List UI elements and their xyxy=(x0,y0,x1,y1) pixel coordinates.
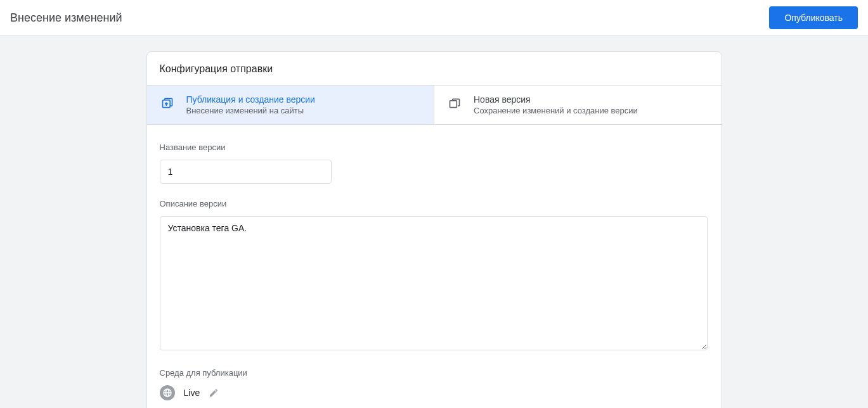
submit-config-card: Конфигурация отправки Публикация и созда… xyxy=(146,51,722,408)
content-wrap: Конфигурация отправки Публикация и созда… xyxy=(0,36,868,408)
page-title: Внесение изменений xyxy=(10,11,122,25)
publish-button[interactable]: Опубликовать xyxy=(769,6,858,29)
tabs: Публикация и создание версии Внесение из… xyxy=(147,86,722,125)
tab-newversion-title: Новая версия xyxy=(474,94,638,105)
version-desc-label: Описание версии xyxy=(160,199,709,208)
environment-label: Среда для публикации xyxy=(160,368,709,378)
tab-new-version[interactable]: Новая версия Сохранение изменений и созд… xyxy=(434,86,722,124)
version-desc-textarea[interactable] xyxy=(160,216,708,350)
edit-icon[interactable] xyxy=(209,388,219,398)
tab-publish-and-create[interactable]: Публикация и создание версии Внесение из… xyxy=(147,86,434,124)
tab-newversion-subtitle: Сохранение изменений и создание версии xyxy=(474,106,638,115)
card-header: Конфигурация отправки xyxy=(147,52,722,86)
svg-rect-1 xyxy=(450,101,457,108)
environment-row: Live xyxy=(160,385,709,400)
copy-icon xyxy=(447,96,462,111)
publish-upload-icon xyxy=(160,96,175,111)
card-body: Название версии Описание версии Среда дл… xyxy=(147,125,722,408)
globe-icon xyxy=(160,385,175,400)
tab-publish-subtitle: Внесение изменений на сайты xyxy=(186,106,315,115)
version-name-input[interactable] xyxy=(160,160,332,184)
card-title: Конфигурация отправки xyxy=(160,63,709,75)
version-desc-group: Описание версии xyxy=(160,199,709,353)
environment-name: Live xyxy=(184,388,200,398)
version-name-label: Название версии xyxy=(160,143,709,152)
tab-publish-title: Публикация и создание версии xyxy=(186,94,315,105)
version-name-group: Название версии xyxy=(160,143,709,184)
page-header: Внесение изменений Опубликовать xyxy=(0,0,868,36)
environment-group: Среда для публикации Live xyxy=(160,368,709,400)
